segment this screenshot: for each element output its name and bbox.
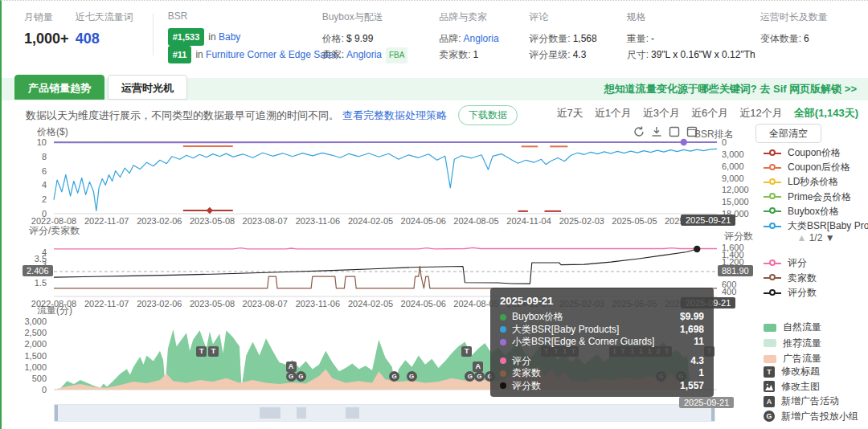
legend-item-修改主图[interactable]: 修改主图 xyxy=(764,380,820,394)
legend-swatch xyxy=(764,196,781,198)
slider-handle-left[interactable] xyxy=(55,405,58,421)
legend-item-Buybox价格[interactable]: Buybox价格 xyxy=(764,205,839,219)
legend-label: 自然流量 xyxy=(783,321,821,334)
metric-line: 品牌:Angloria xyxy=(439,31,524,47)
legend-item-Prime会员价格[interactable]: Prime会员价格 xyxy=(764,190,851,204)
legend-item-广告流量[interactable]: 广告流量 xyxy=(764,352,821,366)
legend-item-评分数[interactable]: 评分数 xyxy=(764,286,817,300)
x-axis-date-label: 2024-08-05 xyxy=(448,216,503,226)
tooltip-series-value: $9.99 xyxy=(680,311,704,324)
legend-label: 修改标题 xyxy=(781,365,820,378)
series-dot-icon xyxy=(500,326,506,333)
refresh-icon[interactable] xyxy=(633,125,645,138)
axis-tick-label: 4 xyxy=(42,180,47,190)
新增广告活动-icon: A xyxy=(764,396,775,407)
修改主图-icon xyxy=(764,381,775,392)
legend-label: 卖家数 xyxy=(788,272,817,285)
legend-page-text: 1/2 xyxy=(809,232,823,243)
x-axis-date-label: 2024-05-06 xyxy=(396,299,451,308)
download-data-button[interactable]: 下载数据 xyxy=(458,105,518,125)
metric-line: 1,000+ xyxy=(24,31,71,48)
link[interactable]: Angloria xyxy=(464,33,499,44)
x-axis-date-label: 2023-02-06 xyxy=(132,299,186,308)
axis-tick-label: 400 xyxy=(722,287,736,296)
time-range-3[interactable]: 近6个月 xyxy=(691,106,728,121)
event-marker-G[interactable]: G xyxy=(407,371,417,382)
legend-item-大类BSR[Baby Products][interactable]: 大类BSR[Baby Products] xyxy=(764,219,868,233)
legend-page-down-icon[interactable]: ▼ xyxy=(825,232,835,243)
time-range-1[interactable]: 近1个月 xyxy=(595,106,632,121)
axis-tick-label: 12,000 xyxy=(722,185,749,194)
series-dot-icon xyxy=(500,314,506,321)
metric-label: 品牌与卖家 xyxy=(439,10,524,24)
tooltip-row: 评分数1,557 xyxy=(500,380,704,393)
chart-tooltip: 2025-09-21 Buybox价格$9.99大类BSR[Baby Produ… xyxy=(490,288,714,397)
legend-item-Coupon后价格[interactable]: Coupon后价格 xyxy=(764,161,850,174)
x-axis-date-label: 2023-02-06 xyxy=(132,216,186,226)
time-range-5[interactable]: 全部(1,143天) xyxy=(794,106,858,121)
metric-text: 尺寸: xyxy=(627,49,649,60)
axis-pointer-date-badge: 2025-09-21 xyxy=(681,214,735,226)
legend-item-修改标题[interactable]: T修改标题 xyxy=(764,365,820,378)
legend-item-推荐流量[interactable]: 推荐流量 xyxy=(764,337,821,350)
series-dot-icon xyxy=(500,370,506,377)
event-marker-T[interactable]: T xyxy=(461,346,472,357)
metric-column: 运营时长及数量变体数量:6 xyxy=(760,10,865,72)
slider-preview-block xyxy=(260,407,280,419)
legend-item-Coupon价格[interactable]: Coupon价格 xyxy=(764,146,841,160)
clear-all-button[interactable]: 全部清空 xyxy=(755,124,821,143)
legend-swatch xyxy=(764,324,776,332)
event-marker-G[interactable]: G xyxy=(286,371,297,382)
legend-label: 广告流量 xyxy=(783,352,821,366)
tooltip-row: 大类BSR[Baby Products]1,698 xyxy=(500,324,704,337)
header-metrics: 月销量1,000+近七天流量词408BSR#1,533in Baby#11in … xyxy=(2,1,868,72)
tooltip-row: 评分4.3 xyxy=(500,355,704,368)
axis-tick-label: 1.5 xyxy=(35,278,47,288)
legend-swatch xyxy=(764,292,781,294)
metric-text: 品牌: xyxy=(439,33,461,44)
link[interactable]: Baby xyxy=(219,31,240,43)
legend-swatch xyxy=(764,167,781,169)
time-range-0[interactable]: 近7天 xyxy=(556,106,583,121)
data-policy-link[interactable]: 查看完整数据处理策略 xyxy=(342,108,447,123)
legend-item-卖家数[interactable]: 卖家数 xyxy=(764,272,817,285)
metric-label: 评论 xyxy=(529,10,621,24)
link[interactable]: Angloria xyxy=(346,49,382,60)
metric-column: Buybox与配送价格:$ 9.99卖家:AngloriaFBA xyxy=(322,10,435,72)
x-axis-date-label: 2025-02-03 xyxy=(555,216,609,226)
tooltip-series-label: 小类BSR[Edge & Corner Guards] xyxy=(512,336,694,349)
event-marker-T[interactable]: T xyxy=(196,346,207,357)
legend-page-up-icon[interactable]: ▲ xyxy=(796,232,806,243)
tab-product-sales-trend[interactable]: 产品销量趋势 xyxy=(14,75,104,100)
legend-item-新增广告活动[interactable]: A新增广告活动 xyxy=(764,394,839,408)
legend-item-自然流量[interactable]: 自然流量 xyxy=(764,321,821,334)
download-icon[interactable] xyxy=(650,125,663,138)
axis-tick-label: 2,000 xyxy=(24,339,47,349)
axis-tick-label: 15,000 xyxy=(722,197,749,206)
x-axis-date-label: 2024-02-05 xyxy=(343,299,398,308)
time-range-2[interactable]: 近3个月 xyxy=(643,106,680,121)
event-marker-G[interactable]: G xyxy=(389,371,399,382)
tooltip-rows: Buybox价格$9.99大类BSR[Baby Products]1,698小类… xyxy=(500,311,704,392)
legend-item-新增广告投放小组[interactable]: G新增广告投放小组 xyxy=(764,410,858,423)
legend-item-评分[interactable]: 评分 xyxy=(764,256,807,270)
zoom-box-icon[interactable] xyxy=(668,125,681,138)
event-marker-T[interactable]: T xyxy=(208,346,219,357)
metric-line: 重量:- xyxy=(627,31,755,47)
tooltip-row: Buybox价格$9.99 xyxy=(500,311,704,324)
event-marker-A[interactable]: A xyxy=(473,362,483,372)
tab-operation-time-machine[interactable]: 运营时光机 xyxy=(108,75,187,100)
legend-label: Coupon后价格 xyxy=(788,161,850,174)
event-marker-G[interactable]: G xyxy=(474,371,485,382)
event-marker-G[interactable]: G xyxy=(296,371,306,382)
promo-link[interactable]: 想知道流量变化源于哪些关键词? 去 Sif 网页版解锁 >> xyxy=(604,82,857,96)
legend-item-LD秒杀价格[interactable]: LD秒杀价格 xyxy=(764,175,838,189)
tooltip-series-label: 卖家数 xyxy=(512,367,698,380)
x-axis-date-label: 2023-08-07 xyxy=(238,216,293,226)
info-row: 数据以天为维度进行展示，不同类型的数据最早可追溯的时间不同。 查看完整数据处理策… xyxy=(26,105,518,125)
datazoom-slider[interactable] xyxy=(54,404,715,422)
legend-label: 评分 xyxy=(788,256,807,270)
metric-text: in xyxy=(208,31,219,43)
time-range-4[interactable]: 近12个月 xyxy=(739,106,782,121)
legend-swatch xyxy=(764,339,776,347)
